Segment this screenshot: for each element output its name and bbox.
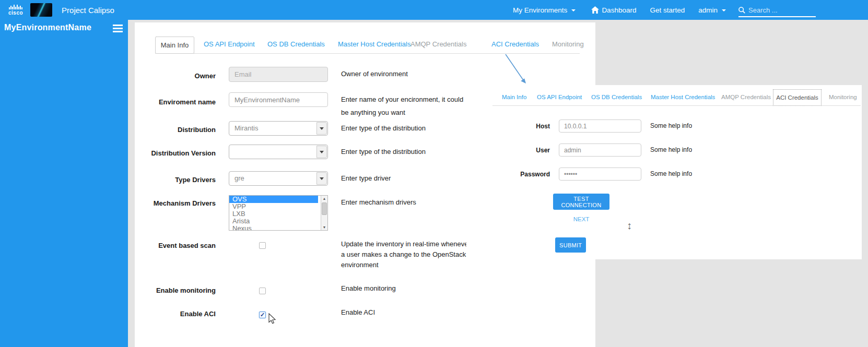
nav-my-environments[interactable]: My Environments xyxy=(513,6,576,14)
enable-monitoring-help: Enable monitoring xyxy=(341,283,472,295)
event-based-scan-row: Event based scan Update the inventory in… xyxy=(145,239,472,270)
option-arista[interactable]: Arista xyxy=(229,218,327,225)
enable-monitoring-checkbox[interactable] xyxy=(259,288,266,294)
search-input[interactable] xyxy=(748,6,806,14)
tab-os-db-credentials[interactable]: OS DB Credentials xyxy=(267,40,325,48)
app-title: Project Calipso xyxy=(62,6,114,15)
event-based-scan-help: Update the inventory in real-time whenev… xyxy=(341,239,472,270)
sidebar: MyEnvironmentName xyxy=(0,20,128,347)
owner-input[interactable] xyxy=(229,67,328,82)
distribution-version-row: Distribution Version Enter type of the d… xyxy=(145,145,472,159)
main-tabs: Main Info OS API Endpoint OS DB Credenti… xyxy=(135,22,595,54)
top-nav: My Environments Dashboard Get started ad… xyxy=(513,0,868,20)
event-based-scan-label: Event based scan xyxy=(145,239,216,270)
cisco-wordmark: cisco xyxy=(8,10,23,16)
tab-master-host-credentials[interactable]: Master Host Credentials xyxy=(338,40,410,48)
dropdown-arrow-icon[interactable] xyxy=(316,172,327,185)
enable-aci-label: Enable ACI xyxy=(145,307,216,318)
distribution-version-label: Distribution Version xyxy=(145,145,216,159)
tab-main-info[interactable]: Main Info xyxy=(155,37,194,54)
host-row: Host Some help info xyxy=(474,119,755,133)
enable-aci-checkbox[interactable]: ✓ xyxy=(259,312,266,318)
tab-monitoring[interactable]: Monitoring xyxy=(552,40,584,48)
owner-help: Owner of environment xyxy=(341,67,472,82)
environment-name-help: Enter name of your encironment, it could… xyxy=(341,92,466,119)
tab-amqp-credentials[interactable]: AMQP Credentials xyxy=(410,40,466,48)
test-connection-button[interactable]: TEST CONNECTION xyxy=(553,194,609,210)
nav-dashboard[interactable]: Dashboard xyxy=(591,6,636,14)
chevron-down-icon xyxy=(571,9,576,11)
scrollbar-thumb[interactable] xyxy=(322,202,327,215)
aci-tab-os-db-credentials[interactable]: OS DB Credentials xyxy=(591,94,642,100)
aci-tab-master-host-credentials[interactable]: Master Host Credentials xyxy=(651,94,715,100)
password-input[interactable] xyxy=(559,167,641,181)
aci-tab-monitoring[interactable]: Monitoring xyxy=(829,94,857,100)
option-ovs[interactable]: OVS xyxy=(229,196,318,203)
user-row: User Some help info xyxy=(474,143,755,157)
nav-user-menu[interactable]: admin xyxy=(698,6,726,14)
enable-monitoring-row: Enable monitoring Enable monitoring xyxy=(145,283,472,295)
cisco-bars-icon xyxy=(9,5,22,9)
top-header: cisco Project Calipso My Environments Da… xyxy=(0,0,868,20)
annotation-arrow-icon xyxy=(491,50,538,89)
type-drivers-row: Type Drivers gre Enter type driver xyxy=(145,171,472,186)
aci-tab-amqp-credentials[interactable]: AMQP Credentials xyxy=(721,94,771,100)
aci-credentials-panel: Main Info OS API Endpoint OS DB Credenti… xyxy=(466,85,862,259)
distribution-help: Enter type of the distribution xyxy=(341,121,472,136)
cisco-logo-icon: cisco xyxy=(8,5,23,16)
option-lxb[interactable]: LXB xyxy=(229,210,327,218)
next-link[interactable]: NEXT xyxy=(553,216,609,222)
enable-monitoring-label: Enable monitoring xyxy=(145,283,216,295)
mouse-cursor-icon xyxy=(268,313,277,325)
search-icon xyxy=(738,7,745,14)
environment-name-row: Enviroment name Enter name of your encir… xyxy=(145,92,472,119)
type-drivers-help: Enter type driver xyxy=(341,171,472,186)
host-input[interactable] xyxy=(559,119,641,133)
password-row: Password Some help info xyxy=(474,167,755,181)
submit-button[interactable]: SUBMIT xyxy=(555,237,586,253)
search-box[interactable] xyxy=(738,6,816,17)
nav-get-started[interactable]: Get started xyxy=(650,6,685,14)
aci-tab-main-info[interactable]: Main Info xyxy=(502,94,526,100)
hamburger-menu-icon[interactable] xyxy=(113,25,123,34)
project-thumbnail-image xyxy=(30,3,52,17)
distribution-select[interactable]: Mirantis xyxy=(229,121,328,136)
scroll-down-icon[interactable]: ▼ xyxy=(321,224,327,230)
tab-aci-credentials[interactable]: ACI Credentials xyxy=(491,40,539,48)
dropdown-arrow-icon[interactable] xyxy=(316,122,327,135)
option-vpp[interactable]: VPP xyxy=(229,203,327,210)
environment-name-label: Enviroment name xyxy=(145,92,216,119)
aci-tab-aci-credentials[interactable]: ACI Credentials xyxy=(773,89,822,106)
vertical-resize-cursor-icon: ↕ xyxy=(627,220,632,232)
tab-os-api-endpoint[interactable]: OS API Endpoint xyxy=(204,40,255,48)
aci-tab-os-api-endpoint[interactable]: OS API Endpoint xyxy=(537,94,582,100)
event-based-scan-checkbox[interactable] xyxy=(259,242,266,249)
distribution-row: Distribution Mirantis Enter type of the … xyxy=(145,121,472,136)
sidebar-environment-name: MyEnvironmentName xyxy=(4,23,91,32)
home-icon xyxy=(591,6,599,14)
host-label: Host xyxy=(474,119,550,133)
type-drivers-select[interactable]: gre xyxy=(229,171,328,186)
option-nexus-clipped[interactable]: Nexus xyxy=(229,225,327,231)
owner-label: Owner xyxy=(145,67,216,82)
user-help: Some help info xyxy=(650,143,755,157)
distribution-label: Distribution xyxy=(145,121,216,136)
mechanism-drivers-row: Mechanism Drivers OVS VPP LXB Arista Nex… xyxy=(145,195,472,231)
host-help: Some help info xyxy=(650,119,755,133)
mechanism-drivers-help: Enter mechanism drivers xyxy=(341,195,472,231)
listbox-scrollbar[interactable]: ▲ ▼ xyxy=(321,196,327,230)
distribution-version-select[interactable] xyxy=(229,145,328,159)
scroll-up-icon[interactable]: ▲ xyxy=(321,196,327,201)
dropdown-arrow-icon[interactable] xyxy=(316,146,327,158)
user-label: User xyxy=(474,143,550,157)
brand-area: cisco Project Calipso xyxy=(0,3,114,17)
enable-aci-help: Enable ACI xyxy=(341,307,472,318)
user-input[interactable] xyxy=(559,143,641,157)
type-drivers-label: Type Drivers xyxy=(145,171,216,186)
enable-aci-row: Enable ACI ✓ Enable ACI xyxy=(145,307,472,318)
password-help: Some help info xyxy=(650,167,755,181)
chevron-down-icon xyxy=(722,9,726,11)
environment-name-input[interactable] xyxy=(229,92,328,107)
distribution-version-help: Enter type of the distribution xyxy=(341,145,472,159)
mechanism-drivers-listbox[interactable]: OVS VPP LXB Arista Nexus ▲ ▼ xyxy=(229,195,328,231)
